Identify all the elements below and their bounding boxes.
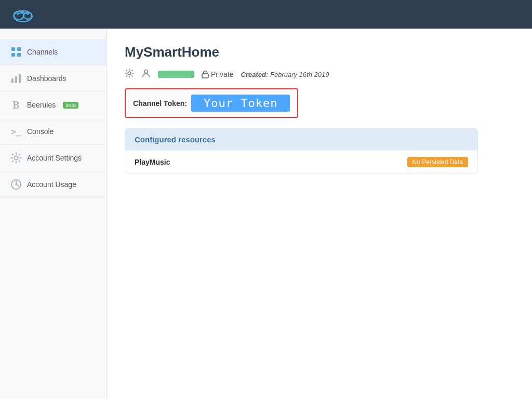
sidebar-item-beerules[interactable]: B Beerules beta — [0, 92, 106, 118]
svg-rect-21 — [202, 74, 208, 78]
sidebar-item-account-settings[interactable]: Account Settings — [0, 145, 106, 171]
sidebar-account-usage-label: Account Usage — [27, 180, 76, 189]
beta-badge: beta — [63, 102, 78, 109]
sidebar-console-label: Console — [27, 127, 54, 136]
usage-icon — [10, 179, 22, 190]
svg-rect-10 — [17, 47, 21, 51]
svg-point-16 — [15, 156, 18, 160]
channel-meta: Private Created: February 16th 2019 — [125, 69, 514, 80]
bar-chart-icon — [10, 73, 22, 84]
sidebar-item-console[interactable]: >_ Console — [0, 118, 106, 145]
page-title: MySmartHome — [125, 44, 514, 60]
sidebar-item-dashboards[interactable]: Dashboards — [0, 65, 106, 92]
no-data-badge: No Persisted Data — [407, 157, 468, 167]
logo — [10, 6, 35, 23]
main-layout: Channels Dashboards B Beerules beta — [0, 29, 532, 399]
sidebar-channels-label: Channels — [27, 48, 58, 56]
sidebar-item-channels[interactable]: Channels — [0, 39, 106, 65]
console-icon: >_ — [10, 126, 22, 137]
user-meta-icon — [141, 69, 151, 80]
created-date: Created: February 16th 2019 — [241, 71, 329, 78]
resources-section: Configured resources PlayMusic No Persis… — [125, 128, 478, 174]
cloud-logo-icon — [10, 6, 35, 23]
navbar — [0, 0, 532, 29]
svg-rect-15 — [19, 74, 21, 83]
svg-rect-11 — [11, 53, 15, 57]
sidebar-beerules-label: Beerules — [27, 101, 56, 109]
svg-point-20 — [144, 70, 148, 73]
token-value[interactable]: Your Token — [191, 95, 290, 112]
grid-icon — [10, 46, 22, 58]
sidebar-item-account-usage[interactable]: Account Usage — [0, 171, 106, 198]
svg-rect-12 — [17, 53, 21, 57]
resource-row: PlayMusic No Persisted Data — [125, 150, 477, 174]
gear-meta-icon — [125, 69, 134, 80]
token-section: Channel Token: Your Token — [125, 88, 298, 118]
sidebar-dashboards-label: Dashboards — [27, 74, 66, 83]
user-avatar-bar — [158, 71, 194, 78]
sidebar: Channels Dashboards B Beerules beta — [0, 29, 107, 399]
b-icon: B — [10, 99, 22, 111]
svg-point-19 — [128, 72, 131, 75]
sidebar-account-settings-label: Account Settings — [27, 154, 82, 162]
content-area: MySmartHome — [107, 29, 532, 399]
privacy-label: Private — [202, 70, 234, 78]
resources-header: Configured resources — [125, 129, 477, 150]
settings-icon — [10, 152, 22, 164]
svg-rect-9 — [11, 47, 15, 51]
token-label: Channel Token: — [133, 99, 187, 108]
svg-point-18 — [16, 184, 17, 185]
svg-rect-14 — [15, 76, 17, 83]
svg-rect-13 — [11, 78, 14, 83]
lock-icon — [202, 70, 209, 78]
resource-name: PlayMusic — [135, 158, 170, 166]
